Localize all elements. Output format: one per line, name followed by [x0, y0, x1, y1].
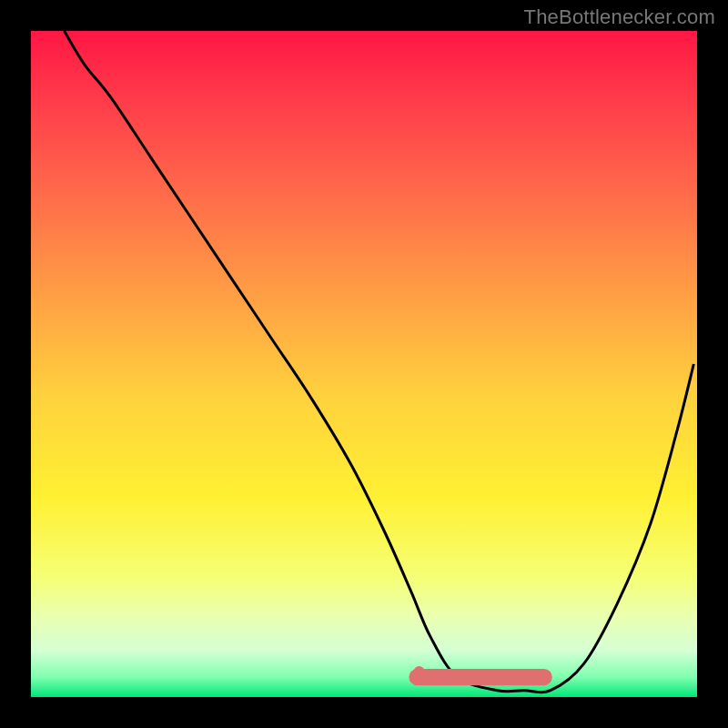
svg-point-1 — [414, 666, 425, 677]
bottleneck-chart: TheBottlenecker.com — [0, 0, 728, 728]
chart-canvas — [0, 0, 728, 728]
plot-background — [31, 31, 697, 697]
watermark-label: TheBottlenecker.com — [524, 5, 715, 29]
